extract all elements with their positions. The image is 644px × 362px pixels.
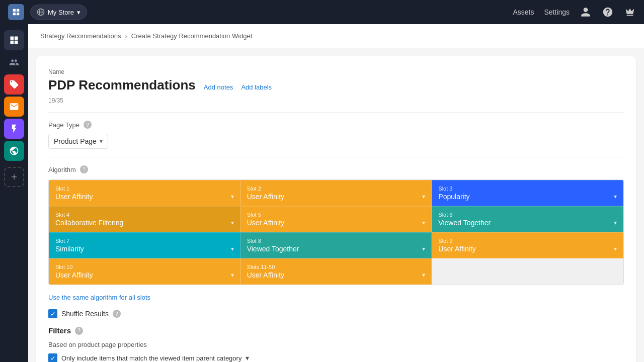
sidebar-item-explore[interactable] <box>4 141 24 161</box>
sidebar-add-button[interactable]: + <box>4 167 24 187</box>
slot-1-value: User Affinity <box>55 193 93 201</box>
store-selector[interactable]: My Store ▾ <box>30 5 87 20</box>
slot-11-50-arrow-icon: ▾ <box>422 272 425 279</box>
slot-2-label: Slot 2 <box>247 186 426 192</box>
slot-4-value-row: Collaborative Filtering ▾ <box>55 219 234 227</box>
slot-5[interactable]: Slot 5 User Affinity ▾ <box>240 206 432 232</box>
app-logo[interactable] <box>8 4 24 20</box>
slot-10-value-row: User Affinity ▾ <box>55 271 234 279</box>
top-nav: My Store ▾ Assets Settings <box>0 0 644 24</box>
slot-2-arrow-icon: ▾ <box>422 193 425 200</box>
slot-1[interactable]: Slot 1 User Affinity ▾ <box>49 180 240 206</box>
breadcrumb-strategy-recommendations[interactable]: Strategy Recommendations <box>40 32 121 40</box>
slot-9-value-row: User Affinity ▾ <box>438 245 617 253</box>
help-icon[interactable] <box>602 6 614 18</box>
filter-1-checkbox[interactable]: ✓ <box>48 353 57 362</box>
slot-4-label: Slot 4 <box>55 212 234 218</box>
slot-11-50-value: User Affinity <box>247 271 284 279</box>
page-type-info-icon[interactable]: ? <box>84 121 92 129</box>
shuffle-results-row: ✓ Shuffle Results ? <box>48 309 624 318</box>
filters-section-title: Based on product page properties <box>48 341 624 348</box>
add-labels-link[interactable]: Add labels <box>241 83 272 91</box>
slot-7[interactable]: Slot 7 Similarity ▾ <box>49 232 240 258</box>
breadcrumb: Strategy Recommendations › Create Strate… <box>28 24 644 48</box>
slot-9-value: User Affinity <box>438 245 475 253</box>
sidebar-item-tag[interactable] <box>4 74 24 95</box>
slot-1-label: Slot 1 <box>55 186 234 192</box>
page-type-label: Page Type <box>48 121 79 129</box>
shuffle-results-label: Shuffle Results <box>61 310 109 318</box>
add-notes-link[interactable]: Add notes <box>204 83 233 91</box>
name-field-label: Name <box>48 68 624 75</box>
page-type-value: Product Page <box>54 137 97 145</box>
store-chevron-icon: ▾ <box>77 9 80 16</box>
slot-5-label: Slot 5 <box>247 212 426 218</box>
algorithm-info-icon[interactable]: ? <box>80 165 88 173</box>
slot-5-value: User Affinity <box>247 219 284 227</box>
filters-row: Filters ? <box>48 326 624 335</box>
settings-link[interactable]: Settings <box>544 8 570 16</box>
filters-label: Filters <box>48 326 71 335</box>
divider-1 <box>48 112 624 113</box>
slot-3-label: Slot 3 <box>438 186 617 192</box>
slot-10-arrow-icon: ▾ <box>231 272 234 279</box>
breadcrumb-separator: › <box>125 32 127 40</box>
page-type-row: Page Type ? <box>48 121 624 129</box>
slot-4-arrow-icon: ▾ <box>231 219 234 226</box>
slot-5-value-row: User Affinity ▾ <box>247 219 426 227</box>
slot-6-value: Viewed Together <box>438 219 491 227</box>
sidebar-item-grid[interactable] <box>4 30 24 50</box>
slot-2[interactable]: Slot 2 User Affinity ▾ <box>240 180 432 206</box>
slot-8-arrow-icon: ▾ <box>422 245 425 252</box>
slot-7-value-row: Similarity ▾ <box>55 245 234 253</box>
top-nav-left: My Store ▾ <box>8 4 87 20</box>
slot-10-label: Slot 10 <box>55 264 234 270</box>
slot-4-value: Collaborative Filtering <box>55 219 123 227</box>
sidebar-item-bolt[interactable] <box>4 119 24 139</box>
slot-6-label: Slot 6 <box>438 212 617 218</box>
slot-3-value: Popularity <box>438 193 469 201</box>
algorithm-row: Algorithm ? <box>48 165 624 173</box>
filters-info-icon[interactable]: ? <box>75 327 83 335</box>
main-content: Strategy Recommendations › Create Strate… <box>28 24 644 362</box>
store-name: My Store <box>48 9 74 16</box>
slot-5-arrow-icon: ▾ <box>422 219 425 226</box>
shuffle-info-icon[interactable]: ? <box>113 310 121 318</box>
sidebar-item-mail[interactable] <box>4 97 24 117</box>
sidebar-item-users[interactable] <box>4 52 24 72</box>
widget-name: PDP Recommendations <box>48 77 196 93</box>
slot-3-value-row: Popularity ▾ <box>438 193 617 201</box>
top-nav-right: Assets Settings <box>513 6 636 18</box>
left-sidebar: + <box>0 24 28 362</box>
slot-7-label: Slot 7 <box>55 238 234 244</box>
crown-icon[interactable] <box>624 6 636 18</box>
slot-grid: Slot 1 User Affinity ▾ Slot 2 User Affin… <box>48 179 624 285</box>
slot-6[interactable]: Slot 6 Viewed Together ▾ <box>432 206 623 232</box>
divider-2 <box>48 157 624 157</box>
slot-7-value: Similarity <box>55 245 84 253</box>
breadcrumb-current: Create Strategy Recommendation Widget <box>131 32 253 40</box>
slot-8-label: Slot 8 <box>247 238 426 244</box>
same-algo-link[interactable]: Use the same algorithm for all slots <box>48 294 150 301</box>
shuffle-results-checkbox[interactable]: ✓ <box>48 309 57 318</box>
slot-9[interactable]: Slot 9 User Affinity ▾ <box>432 232 623 258</box>
char-count: 19/35 <box>48 97 624 104</box>
filter-1-label: Only include items that match the viewed… <box>61 354 242 362</box>
account-icon[interactable] <box>580 6 592 18</box>
page-type-dropdown[interactable]: Product Page ▾ <box>48 134 108 149</box>
slot-empty <box>432 258 623 285</box>
slot-6-arrow-icon: ▾ <box>614 219 617 226</box>
slot-11-50[interactable]: Slots 11-50 User Affinity ▾ <box>240 258 432 285</box>
slot-3-arrow-icon: ▾ <box>614 193 617 200</box>
slot-4[interactable]: Slot 4 Collaborative Filtering ▾ <box>49 206 240 232</box>
assets-link[interactable]: Assets <box>513 8 534 16</box>
page-type-arrow-icon: ▾ <box>100 138 103 145</box>
slot-7-arrow-icon: ▾ <box>231 245 234 252</box>
name-row: PDP Recommendations Add notes Add labels <box>48 77 624 94</box>
slot-8[interactable]: Slot 8 Viewed Together ▾ <box>240 232 432 258</box>
filter-1-dropdown-icon[interactable]: ▾ <box>246 354 249 362</box>
filter-option-1: ✓ Only include items that match the view… <box>48 353 624 362</box>
slot-2-value-row: User Affinity ▾ <box>247 193 426 201</box>
slot-10[interactable]: Slot 10 User Affinity ▾ <box>49 258 240 285</box>
slot-3[interactable]: Slot 3 Popularity ▾ <box>432 180 623 206</box>
